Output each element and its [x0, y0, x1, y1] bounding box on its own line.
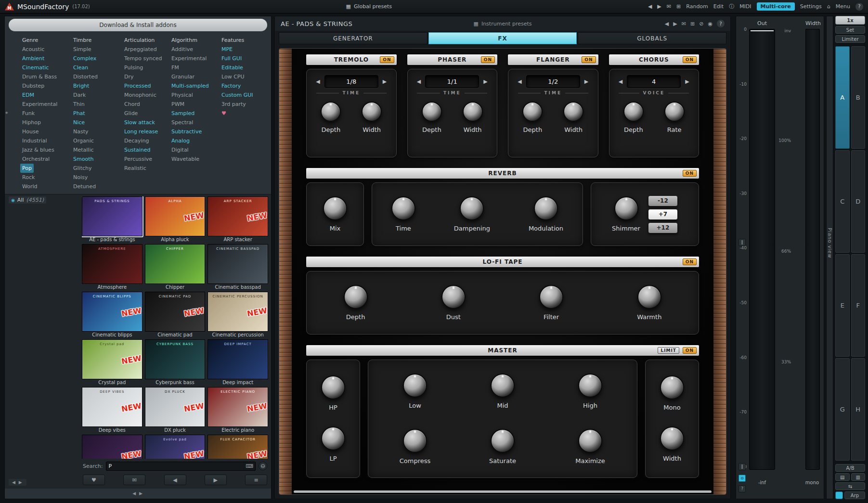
master-eq-box-mid-knob[interactable] [491, 374, 515, 398]
keyboard-icon[interactable]: ⌨ [246, 463, 253, 469]
layout-button[interactable]: ▥ [851, 473, 866, 481]
next-arrow-icon[interactable]: ▶ [657, 4, 661, 9]
tag-granular[interactable]: Granular [169, 72, 196, 81]
tag-nasty[interactable]: Nasty [71, 127, 91, 136]
master-on-button[interactable]: ON [683, 347, 697, 354]
lofi-tape-box-depth-knob[interactable] [344, 285, 368, 309]
tag-organic[interactable]: Organic [71, 136, 96, 145]
ab-compare-button[interactable]: A/B [835, 464, 865, 472]
tag-full-gui[interactable]: Full GUI [220, 54, 244, 63]
shimmer-pitch-plusminus-12[interactable]: +12 [648, 222, 678, 233]
chorus-value-prev-button[interactable]: ◀ [619, 78, 622, 85]
bypass-icon[interactable]: ⊘ [699, 21, 703, 26]
prev-arrow-icon[interactable]: ◀ [665, 21, 669, 26]
tag-analog[interactable]: Analog [169, 136, 192, 145]
home-icon[interactable]: ⌂ [827, 4, 830, 9]
set-button[interactable]: Set [835, 26, 865, 34]
tag-digital[interactable]: Digital [169, 145, 191, 155]
bank-h[interactable]: H [851, 358, 866, 461]
message-icon[interactable]: ✉ [682, 21, 686, 26]
meter-hold-button[interactable]: ‖ [738, 239, 746, 246]
tag-realistic[interactable]: Realistic [122, 164, 148, 173]
tag-slow-attack[interactable]: Slow attack [122, 118, 157, 127]
bank-c[interactable]: C [835, 150, 850, 253]
bank-e[interactable]: E [835, 254, 850, 357]
reverb-main-box-time-knob[interactable] [391, 196, 415, 220]
window-icon[interactable]: ⊞ [690, 21, 695, 26]
multicore-button[interactable]: Multi-core [757, 2, 795, 11]
previous-preset-button[interactable]: ◀ [164, 475, 186, 485]
tag-ambient[interactable]: Ambient [20, 54, 46, 63]
master-eq-box-saturate-knob[interactable] [491, 429, 515, 453]
tremolo-on-button[interactable]: ON [380, 56, 394, 63]
preset-tile-dx-pluck[interactable]: DX PLUCKNEWDX pluck [145, 387, 206, 434]
arp-button[interactable]: Arp [844, 491, 865, 499]
tag-drum-bass[interactable]: Drum & Bass [20, 72, 59, 81]
tag-detuned[interactable]: Detuned [71, 182, 98, 191]
limiter-button[interactable]: Limiter [835, 35, 865, 43]
master-stereo-box-width-knob[interactable] [660, 426, 684, 451]
tab-globals[interactable]: GLOBALS [578, 32, 726, 44]
tag-sampled[interactable]: Sampled [169, 109, 196, 118]
preset-tile-alpha-pluck[interactable]: ALPHANEWAlpha pluck [145, 196, 206, 243]
panel-collapse-handle[interactable]: ◆ [5, 111, 8, 115]
tag-editable[interactable]: Editable [220, 63, 245, 72]
instrument-presets-button[interactable]: ▦ Instrument presets [474, 21, 532, 27]
tag-phat[interactable]: Phat [71, 109, 87, 118]
master-eq-box-compress-knob[interactable] [403, 429, 427, 453]
tag-bright[interactable]: Bright [71, 81, 91, 90]
help-icon[interactable]: ? [855, 3, 863, 11]
tab-generator[interactable]: GENERATOR [279, 32, 428, 44]
phaser-value-display[interactable]: 1/1 [425, 75, 479, 88]
phaser-on-button[interactable]: ON [481, 56, 495, 63]
download-addons-button[interactable]: Download & Install addons [9, 19, 267, 31]
tag-arpeggiated[interactable]: Arpeggiated [122, 45, 159, 54]
reverb-main-box-dampening-knob[interactable] [460, 196, 484, 220]
flanger-value-display[interactable]: 1/2 [526, 75, 580, 88]
tag-experimental[interactable]: Experimental [20, 100, 59, 109]
lofi-tape-on-button[interactable]: ON [683, 258, 697, 265]
preset-tile-cinematic-blipps[interactable]: CINEMATIC BLIPPSNEWCinematic blipps [82, 292, 143, 338]
tag-decaying[interactable]: Decaying [122, 136, 151, 145]
prev-arrow-icon[interactable]: ◀ [648, 4, 652, 9]
reverb-mix-box-mix-knob[interactable] [323, 196, 347, 220]
tag-simple[interactable]: Simple [71, 45, 93, 54]
tag-noisy[interactable]: Noisy [71, 173, 90, 182]
global-presets-button[interactable]: ▦ Global presets [346, 3, 392, 10]
tag-pwm[interactable]: PWM [169, 100, 186, 109]
tag-low-cpu[interactable]: Low CPU [220, 72, 246, 81]
message-icon[interactable]: ✉ [667, 4, 671, 9]
preset-tile-cinematic-pad[interactable]: CINEMATIC PADNEWCinematic pad [145, 292, 206, 338]
browser-menu-button[interactable]: ≡ [245, 475, 267, 485]
flanger-value-next-button[interactable]: ▶ [584, 78, 588, 85]
chorus-on-button[interactable]: ON [683, 56, 697, 63]
bank-b[interactable]: B [851, 46, 866, 149]
meter-pause-button[interactable]: ‖ [738, 463, 746, 470]
tag-distorted[interactable]: Distorted [71, 72, 100, 81]
tag-favorites[interactable]: ♥ [220, 109, 228, 118]
tremolo-value-next-button[interactable]: ▶ [383, 78, 387, 85]
master-stereo-box-mono-knob[interactable] [660, 375, 684, 400]
tag-smooth[interactable]: Smooth [71, 155, 95, 164]
preset-tile-cinematic-basspad[interactable]: CINEMATIC BASSPADCinematic basspad [207, 244, 268, 291]
preset-tile-row6-18[interactable]: FLUX CAPACITORNEW [207, 435, 268, 459]
preset-tile-ae-pads-strings[interactable]: PADS & STRINGSAE - pads & strings [82, 196, 143, 243]
shimmer-pitch-plusminus-7[interactable]: +7 [648, 209, 678, 220]
phaser-width-knob[interactable] [463, 102, 483, 122]
tag-multi-sampled[interactable]: Multi-sampled [169, 81, 211, 90]
meter-help-button[interactable]: ? [738, 485, 746, 492]
tag-physical[interactable]: Physical [169, 90, 195, 100]
midi-button[interactable]: MIDI [739, 3, 751, 10]
info-icon[interactable]: ⓘ [729, 4, 734, 9]
bank-f[interactable]: F [851, 254, 866, 357]
screenshot-button[interactable]: ▤ [835, 473, 850, 481]
preset-tile-chipper[interactable]: CHIPPERChipper [145, 244, 206, 291]
tag-chord[interactable]: Chord [122, 100, 142, 109]
reverb-main-box-modulation-knob[interactable] [534, 196, 558, 220]
shimmer-knob-wrap-shimmer-knob[interactable] [614, 196, 638, 220]
chorus-value-display[interactable]: 4 [627, 75, 681, 88]
bank-d[interactable]: D [851, 150, 866, 253]
tag-pulsing[interactable]: Pulsing [122, 63, 145, 72]
preset-tile-cinematic-percussion[interactable]: CINEMATIC PERCUSSIONNEWCinematic percuss… [207, 292, 268, 338]
tag-dubstep[interactable]: Dubstep [20, 81, 46, 90]
